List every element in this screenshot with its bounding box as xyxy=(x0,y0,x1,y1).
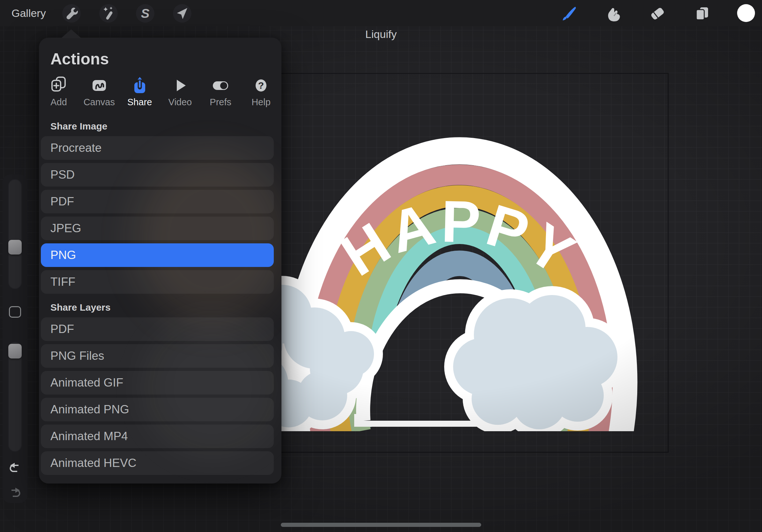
tab-label: Add xyxy=(41,97,76,107)
tab-help[interactable]: ? Help xyxy=(244,75,278,107)
tab-label: Help xyxy=(244,97,278,107)
selection-s-icon: S xyxy=(138,6,153,21)
share-layers-option-animated-png[interactable]: Animated PNG xyxy=(41,398,274,421)
canvas-icon xyxy=(89,75,110,96)
help-icon: ? xyxy=(251,75,271,96)
popover-arrow xyxy=(61,29,81,38)
share-layers-option-animated-gif[interactable]: Animated GIF xyxy=(41,371,274,395)
color-swatch-button[interactable] xyxy=(737,4,755,22)
procreate-app: HAPPY Liquify Gallery S xyxy=(0,0,762,532)
option-label: Animated GIF xyxy=(50,376,123,389)
option-label: Animated MP4 xyxy=(50,430,128,443)
tab-video[interactable]: Video xyxy=(163,75,197,107)
undo-icon xyxy=(8,461,22,475)
share-layers-option-animated-mp4[interactable]: Animated MP4 xyxy=(41,425,274,448)
canvas-status-label: Liquify xyxy=(317,28,445,40)
redo-button[interactable] xyxy=(8,486,22,500)
share-image-option-jpeg[interactable]: JPEG xyxy=(41,217,274,240)
modify-button[interactable] xyxy=(9,306,21,318)
add-icon xyxy=(48,75,69,96)
transform-button[interactable] xyxy=(173,4,191,23)
brush-icon xyxy=(561,5,576,21)
svg-text:?: ? xyxy=(258,80,264,91)
transform-arrow-icon xyxy=(175,6,190,21)
share-image-option-tiff[interactable]: TIFF xyxy=(41,270,274,294)
option-label: Animated HEVC xyxy=(50,456,136,470)
option-label: PNG xyxy=(50,248,76,262)
brush-size-handle[interactable] xyxy=(8,240,22,254)
share-image-option-procreate[interactable]: Procreate xyxy=(41,136,274,160)
undo-button[interactable] xyxy=(8,461,22,475)
option-label: TIFF xyxy=(50,275,75,289)
share-layers-option-png-files[interactable]: PNG Files xyxy=(41,344,274,368)
magic-wand-icon xyxy=(101,6,116,21)
share-image-option-png[interactable]: PNG xyxy=(41,243,274,267)
actions-popover: Actions Add Canvas xyxy=(39,37,281,484)
tab-label: Canvas xyxy=(82,97,116,107)
option-label: PSD xyxy=(50,168,75,181)
layers-button[interactable] xyxy=(693,4,711,23)
selection-button[interactable]: S xyxy=(136,4,154,23)
adjustments-button[interactable] xyxy=(99,4,118,23)
smudge-icon xyxy=(605,5,621,21)
brush-tool-button[interactable] xyxy=(559,4,578,23)
share-image-option-psd[interactable]: PSD xyxy=(41,163,274,187)
eraser-icon xyxy=(649,5,665,21)
option-label: JPEG xyxy=(50,222,81,235)
smudge-tool-button[interactable] xyxy=(604,4,623,23)
option-label: PNG Files xyxy=(50,349,104,363)
option-label: Procreate xyxy=(50,141,102,155)
tab-share[interactable]: Share xyxy=(122,75,157,107)
option-label: PDF xyxy=(50,195,74,208)
share-layers-option-animated-hevc[interactable]: Animated HEVC xyxy=(41,451,274,475)
wrench-icon xyxy=(64,6,79,21)
prefs-icon xyxy=(210,75,231,96)
video-icon xyxy=(170,75,190,96)
svg-text:S: S xyxy=(141,6,150,21)
share-image-option-pdf[interactable]: PDF xyxy=(41,190,274,213)
sidebar-rail xyxy=(3,174,28,503)
share-icon xyxy=(129,75,150,96)
share-layers-header: Share Layers xyxy=(50,302,281,313)
share-layers-option-pdf[interactable]: PDF xyxy=(41,317,274,341)
brush-size-slider[interactable] xyxy=(8,179,22,289)
tab-label: Video xyxy=(163,97,197,107)
panel-title: Actions xyxy=(50,50,281,68)
tab-prefs[interactable]: Prefs xyxy=(203,75,238,107)
layers-icon xyxy=(694,5,710,21)
eraser-tool-button[interactable] xyxy=(648,4,667,23)
tab-label: Share xyxy=(122,97,157,107)
tab-add[interactable]: Add xyxy=(41,75,76,107)
gallery-button[interactable]: Gallery xyxy=(12,0,46,26)
tab-canvas[interactable]: Canvas xyxy=(82,75,116,107)
share-image-header: Share Image xyxy=(50,121,281,132)
home-indicator[interactable] xyxy=(281,523,481,527)
option-label: Animated PNG xyxy=(50,403,129,416)
actions-tab-bar: Add Canvas Share xyxy=(39,68,281,107)
tab-label: Prefs xyxy=(203,97,238,107)
opacity-handle[interactable] xyxy=(8,344,22,359)
option-label: PDF xyxy=(50,322,74,336)
redo-icon xyxy=(8,486,22,500)
actions-button[interactable] xyxy=(62,4,81,23)
